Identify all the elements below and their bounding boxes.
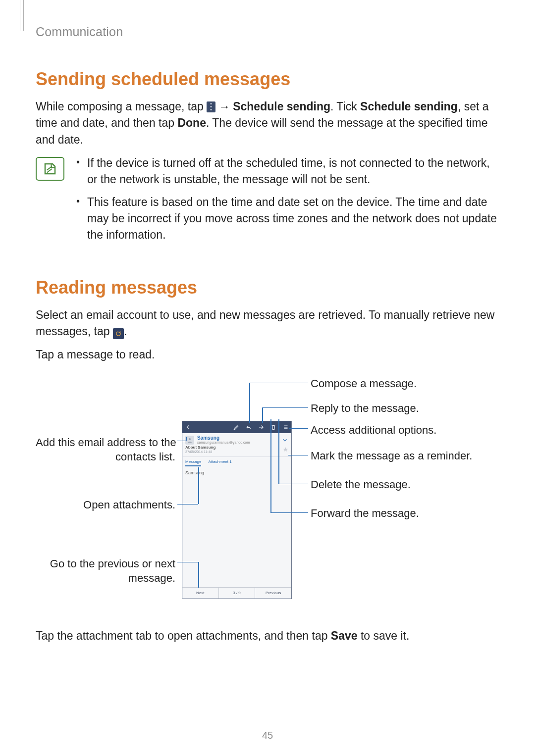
page-side-rule: [20, 0, 24, 31]
page-number: 45: [0, 730, 535, 741]
para-reading-intro: Select an email account to use, and new …: [36, 307, 500, 340]
heading-sending-scheduled: Sending scheduled messages: [36, 69, 500, 90]
chevron-down-icon[interactable]: [281, 437, 288, 444]
nav-previous-button[interactable]: Previous: [255, 588, 291, 599]
sender-name: Samsung: [197, 436, 278, 441]
reply-icon[interactable]: [245, 423, 252, 431]
callout-open-attachments: Open attachments.: [36, 499, 175, 511]
heading-reading-messages: Reading messages: [36, 277, 500, 298]
para-schedule-intro: While composing a message, tap →Schedule…: [36, 99, 500, 148]
breadcrumb: Communication: [36, 15, 500, 39]
callout-compose: Compose a message.: [311, 377, 417, 390]
note-item-1: If the device is turned off at the sched…: [76, 155, 500, 188]
callout-add-contact: Add this email address to thecontacts li…: [36, 435, 175, 464]
more-options-icon: [207, 101, 215, 112]
note-icon: [36, 157, 64, 181]
callout-delete: Delete the message.: [311, 478, 411, 491]
para-attachment-save: Tap the attachment tab to open attachmen…: [36, 628, 500, 644]
nav-count: 3 / 9: [218, 588, 255, 599]
refresh-icon: [113, 328, 124, 339]
tab-attachment[interactable]: Attachment 1: [208, 459, 231, 466]
svg-point-0: [189, 438, 191, 440]
nav-next-button[interactable]: Next: [182, 588, 218, 599]
menu-icon[interactable]: [282, 423, 289, 431]
note-item-2: This feature is based on the time and da…: [76, 194, 500, 244]
subject: About Samsung: [185, 446, 215, 450]
callout-options: Access additional options.: [311, 424, 436, 437]
para-tap-to-read: Tap a message to read.: [36, 347, 500, 363]
callout-prev-next: Go to the previous or nextmessage.: [36, 556, 175, 586]
email-reader-diagram: Samsung samsungusermanual@yahoo.com Abou…: [36, 377, 500, 610]
arrow-icon: →: [218, 99, 230, 115]
forward-icon[interactable]: [257, 423, 265, 431]
callout-forward: Forward the message.: [311, 507, 419, 520]
tab-message[interactable]: Message: [185, 459, 201, 466]
back-icon[interactable]: [184, 423, 192, 431]
callout-reply: Reply to the message.: [311, 402, 419, 415]
compose-icon[interactable]: [232, 423, 240, 431]
callout-mark: Mark the message as a reminder.: [311, 450, 472, 462]
sender-email: samsungusermanual@yahoo.com: [197, 441, 278, 444]
subject-date: 27/05/2014 11:48: [185, 450, 215, 454]
star-icon[interactable]: ★: [283, 446, 288, 453]
phone-toolbar: [182, 421, 291, 433]
